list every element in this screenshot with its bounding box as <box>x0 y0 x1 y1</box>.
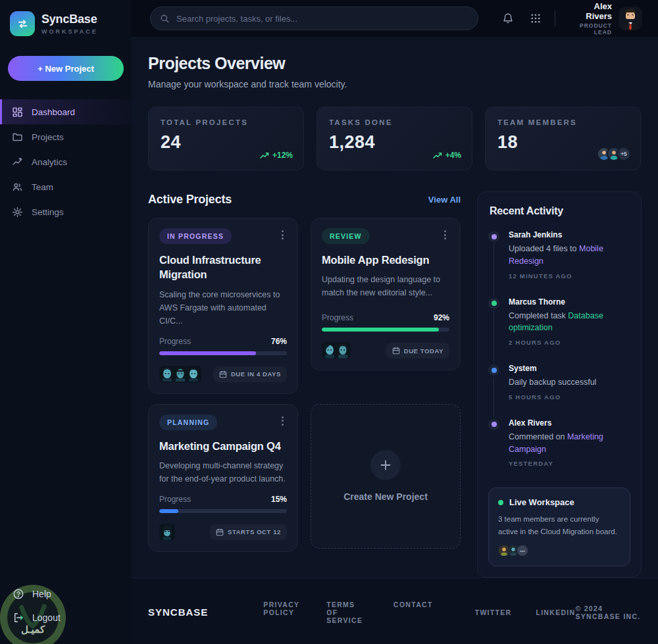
dashboard-icon <box>12 107 23 118</box>
logout-button[interactable]: Logout <box>0 606 132 630</box>
topbar: Alex Rivers PRODUCT LEAD <box>132 0 658 37</box>
activity-time: 12 MINUTES AGO <box>509 272 630 280</box>
notifications-button[interactable] <box>499 10 517 27</box>
stat-card-total-projects: TOTAL PROJECTS 24 +12% <box>148 107 304 170</box>
project-card-cloud-migration[interactable]: IN PROGRESS Cloud Infrastructure Migrati… <box>148 218 298 394</box>
sidebar-item-settings[interactable]: Settings <box>0 199 132 224</box>
progress-value: 92% <box>434 313 449 322</box>
project-description: Scaling the core microservices to AWS Fa… <box>159 288 287 328</box>
create-new-project-card[interactable]: Create New Project <box>311 404 461 549</box>
folder-icon <box>12 132 23 143</box>
activity-actor: Sarah Jenkins <box>509 230 630 239</box>
grid-dots-icon <box>530 12 542 24</box>
stats-row: TOTAL PROJECTS 24 +12% TASKS DONE 1,284 … <box>148 107 642 170</box>
footer-link-twitter[interactable]: TWITTER <box>475 608 512 616</box>
footer-link-terms[interactable]: TERMS OF SERVICE <box>326 601 367 624</box>
activity-text: Completed task Database optimization <box>509 310 630 335</box>
progress-bar <box>159 509 287 513</box>
sidebar-item-dashboard[interactable]: Dashboard <box>0 99 132 124</box>
stat-trend: +4% <box>433 151 461 160</box>
project-card-marketing-q4[interactable]: PLANNING Marketing Campaign Q4 Developin… <box>148 404 298 552</box>
recent-activity-panel: Recent Activity Sarah Jenkins Uploaded 4… <box>477 191 642 578</box>
user-avatar <box>619 7 642 30</box>
search-icon <box>160 14 170 24</box>
status-badge: PLANNING <box>159 414 217 430</box>
activity-actor: System <box>509 364 630 373</box>
stat-label: TOTAL PROJECTS <box>161 118 291 126</box>
avatar-more-badge[interactable]: +5 <box>617 147 631 161</box>
progress-bar <box>159 351 287 355</box>
syncbase-logo-icon <box>10 11 35 36</box>
avatar <box>186 366 201 383</box>
progress-bar <box>322 328 449 332</box>
active-projects-section: Active Projects View All IN PROGRESS Clo… <box>148 191 461 552</box>
due-date-chip: STARTS OCT 12 <box>210 524 287 540</box>
activity-time: 5 HOURS AGO <box>509 393 630 401</box>
footer-links: PRIVACY POLICY TERMS OF SERVICE CONTACT <box>263 601 432 624</box>
footer: SYNCBASE PRIVACY POLICY TERMS OF SERVICE… <box>132 578 658 644</box>
project-card-mobile-redesign[interactable]: REVIEW Mobile App Redesign Updating the … <box>311 218 461 370</box>
avatar <box>159 524 175 541</box>
new-project-button[interactable]: + New Project <box>8 56 124 81</box>
brand: SyncBase WORKSPACE <box>0 0 132 45</box>
footer-brand: SYNCBASE <box>148 607 208 618</box>
progress-value: 15% <box>271 495 287 504</box>
sidebar-item-label: Analytics <box>32 157 67 167</box>
due-date-chip: DUE IN 4 DAYS <box>213 366 287 382</box>
help-icon <box>13 588 24 600</box>
create-label: Create New Project <box>343 491 428 502</box>
footer-link-contact[interactable]: CONTACT <box>393 601 433 624</box>
progress-label: Progress <box>159 337 191 346</box>
live-workspace-card: Live Workspace 3 team members are curren… <box>488 487 630 566</box>
progress-value: 76% <box>271 337 287 346</box>
activity-item: Sarah Jenkins Uploaded 4 files to Mobile… <box>488 230 630 297</box>
avatar <box>335 342 351 359</box>
card-menu-button[interactable] <box>278 228 287 241</box>
stat-value: 24 <box>161 132 291 153</box>
card-menu-button[interactable] <box>278 414 287 428</box>
progress-label: Progress <box>322 313 353 322</box>
calendar-icon <box>392 347 400 355</box>
bell-icon <box>502 12 514 24</box>
apps-grid-button[interactable] <box>527 10 544 27</box>
user-name: Alex Rivers <box>567 1 612 21</box>
activity-actor: Alex Rivers <box>509 418 630 428</box>
status-badge: IN PROGRESS <box>159 228 232 244</box>
page-subtitle: Manage your workspace and track team vel… <box>148 79 642 89</box>
search-input[interactable] <box>176 14 468 24</box>
activity-item: Alex Rivers Commented on Marketing Campa… <box>488 418 630 485</box>
assignee-avatars <box>322 342 348 359</box>
card-menu-button[interactable] <box>441 228 449 241</box>
project-description: Updating the design language to match th… <box>322 273 449 299</box>
stat-label: TASKS DONE <box>329 118 460 126</box>
stat-card-tasks-done: TASKS DONE 1,284 +4% <box>316 107 472 170</box>
footer-link-privacy[interactable]: PRIVACY POLICY <box>263 601 299 624</box>
footer-link-linkedin[interactable]: LINKEDIN <box>536 608 575 616</box>
sidebar-item-team[interactable]: Team <box>0 174 132 199</box>
sidebar-item-analytics[interactable]: Analytics <box>0 149 132 174</box>
analytics-icon <box>12 157 23 168</box>
activity-text: Uploaded 4 files to Mobile Redesign <box>509 243 630 268</box>
stat-value: 1,284 <box>329 132 460 153</box>
trend-up-icon <box>260 152 269 159</box>
sidebar-item-label: Projects <box>32 132 64 142</box>
project-title: Marketing Campaign Q4 <box>159 439 287 453</box>
brand-tagline: WORKSPACE <box>41 28 98 35</box>
activity-time: YESTERDAY <box>509 460 630 467</box>
content-columns: Active Projects View All IN PROGRESS Clo… <box>148 191 642 578</box>
sidebar-item-label: Team <box>32 182 53 192</box>
help-button[interactable]: Help <box>0 582 132 606</box>
stat-trend: +12% <box>260 151 293 160</box>
view-all-link[interactable]: View All <box>428 195 461 205</box>
search-bar <box>150 7 478 30</box>
user-menu[interactable]: Alex Rivers PRODUCT LEAD <box>567 1 642 36</box>
sidebar-item-projects[interactable]: Projects <box>0 124 132 149</box>
project-title: Mobile App Redesign <box>322 253 449 267</box>
activity-text: Daily backup successful <box>509 376 630 389</box>
section-title: Active Projects <box>148 193 232 207</box>
sidebar: SyncBase WORKSPACE + New Project Dashboa… <box>0 0 132 644</box>
page-content: Projects Overview Manage your workspace … <box>132 37 658 578</box>
gear-icon <box>12 207 23 218</box>
page-title: Projects Overview <box>148 54 642 73</box>
trend-up-icon <box>433 152 442 159</box>
